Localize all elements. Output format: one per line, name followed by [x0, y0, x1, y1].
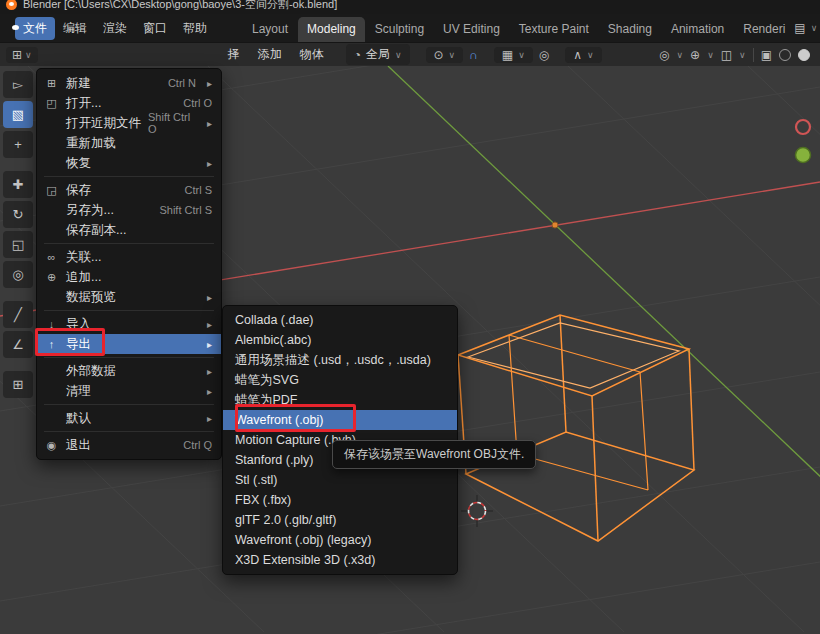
- proportional-editing-icon[interactable]: ◎: [539, 49, 549, 61]
- export-item-grease-pencil-svg[interactable]: 蜡笔为SVG: [223, 370, 457, 390]
- menu-item-clean-up[interactable]: 清理: [37, 381, 221, 401]
- tool-add-cube[interactable]: ⊞: [3, 371, 33, 398]
- menu-window[interactable]: 窗口: [135, 17, 175, 40]
- menu-item-link[interactable]: 关联...: [37, 247, 221, 267]
- tooltip: 保存该场景至Wavefront OBJ文件.: [332, 440, 536, 469]
- shading-solid-icon[interactable]: [779, 49, 791, 61]
- menu-file[interactable]: 文件: [15, 17, 55, 40]
- menu-item-new[interactable]: 新建 Ctrl N: [37, 73, 221, 93]
- tab-animation[interactable]: Animation: [662, 17, 733, 42]
- tool-measure[interactable]: ∠: [3, 331, 33, 358]
- submenu-arrow-icon: [203, 118, 212, 129]
- menu-separator: [44, 431, 214, 432]
- menu-item-revert[interactable]: 重新加载: [37, 133, 221, 153]
- menu-item-append[interactable]: 追加...: [37, 267, 221, 287]
- export-item-usd[interactable]: 通用场景描述 (.usd，.usdc，.usda): [223, 350, 457, 370]
- append-icon: [44, 271, 59, 284]
- toolbar-left: ▻ ▧ + ✚ ↻ ◱ ◎ ╱ ∠ ⊞: [3, 71, 34, 398]
- menu-item-recover[interactable]: 恢复: [37, 153, 221, 173]
- pivot-icon: ⊙: [434, 49, 444, 61]
- tool-annotate[interactable]: ╱: [3, 301, 33, 328]
- menu-item-save[interactable]: 保存 Ctrl S: [37, 180, 221, 200]
- menu-separator: [44, 310, 214, 311]
- tab-sculpting[interactable]: Sculpting: [366, 17, 433, 42]
- xray-toggle-icon[interactable]: ▣: [761, 49, 772, 61]
- export-item-wavefront-legacy[interactable]: Wavefront (.obj) (legacy): [223, 530, 457, 550]
- snap-settings-dropdown[interactable]: ▦ ∨: [494, 47, 533, 63]
- tool-tweak[interactable]: ▻: [3, 71, 33, 98]
- menu-item-quit[interactable]: 退出 Ctrl Q: [37, 435, 221, 455]
- tab-layout[interactable]: Layout: [243, 17, 297, 42]
- window-title: Blender [C:\Users\CX\Desktop\gong\baoye\…: [23, 0, 337, 12]
- tab-shading[interactable]: Shading: [599, 17, 661, 42]
- export-item-wavefront-obj[interactable]: Wavefront (.obj): [223, 410, 457, 430]
- submenu-arrow-icon: [203, 292, 212, 303]
- editor-type-icon: ⊞: [12, 49, 22, 61]
- tab-texture-paint[interactable]: Texture Paint: [510, 17, 598, 42]
- export-item-gltf[interactable]: glTF 2.0 (.glb/.gltf): [223, 510, 457, 530]
- tab-modeling[interactable]: Modeling: [298, 17, 365, 42]
- submenu-arrow-icon: [203, 386, 212, 397]
- file-menu-popup: 新建 Ctrl N 打开... Ctrl O 打开近期文件 Shift Ctrl…: [36, 68, 222, 460]
- tool-rotate[interactable]: ↻: [3, 201, 33, 228]
- tool-transform[interactable]: ◎: [3, 261, 33, 288]
- menu-render[interactable]: 渲染: [95, 17, 135, 40]
- snap-magnet-icon[interactable]: ∩: [469, 49, 478, 61]
- workspace-settings-icon[interactable]: ▤: [794, 22, 805, 34]
- menu-item-import[interactable]: 导入: [37, 314, 221, 334]
- visibility-dropdown-icon[interactable]: ◎: [659, 49, 669, 61]
- tool-select-box[interactable]: ▧: [3, 101, 33, 128]
- submenu-arrow-icon: [203, 366, 212, 377]
- tool-move[interactable]: ✚: [3, 171, 33, 198]
- viewport-header: ⊞ ∨ 择 添加 物体 ◔ 全局 ∨ ⊙ ∨ ∩ ▦ ∨ ◎ ∧ ∨ ◎ ∨ ⊕…: [0, 42, 820, 66]
- export-item-x3d[interactable]: X3D Extensible 3D (.x3d): [223, 550, 457, 570]
- editor-type-button[interactable]: ⊞ ∨: [6, 47, 38, 63]
- submenu-arrow-icon: [203, 78, 212, 89]
- export-icon: [44, 338, 59, 350]
- export-item-stl[interactable]: Stl (.stl): [223, 470, 457, 490]
- chevron-down-icon: ∨: [25, 50, 32, 60]
- pivot-point-dropdown[interactable]: ⊙ ∨: [426, 47, 464, 63]
- menu-item-save-as[interactable]: 另存为... Shift Ctrl S: [37, 200, 221, 220]
- tool-scale[interactable]: ◱: [3, 231, 33, 258]
- blender-logo-icon: [6, 0, 17, 10]
- submenu-arrow-icon: [203, 319, 212, 330]
- menu-item-defaults[interactable]: 默认: [37, 408, 221, 428]
- tab-rendering[interactable]: Renderi: [734, 17, 794, 42]
- menu-object[interactable]: 物体: [294, 44, 330, 65]
- tool-cursor[interactable]: +: [3, 131, 33, 158]
- gizmo-y-axis-ball[interactable]: [796, 148, 811, 163]
- menu-edit[interactable]: 编辑: [55, 17, 95, 40]
- export-item-fbx[interactable]: FBX (.fbx): [223, 490, 457, 510]
- menu-help[interactable]: 帮助: [175, 17, 215, 40]
- chevron-down-icon: ∨: [395, 50, 402, 60]
- menu-item-export[interactable]: 导出: [37, 334, 221, 354]
- window-titlebar: Blender [C:\Users\CX\Desktop\gong\baoye\…: [0, 0, 820, 14]
- export-item-collada[interactable]: Collada (.dae): [223, 310, 457, 330]
- menu-item-open-recent[interactable]: 打开近期文件 Shift Ctrl O: [37, 113, 221, 133]
- transform-orientation-dropdown[interactable]: ◔ 全局 ∨: [346, 44, 410, 65]
- proportional-falloff-dropdown[interactable]: ∧ ∨: [565, 47, 601, 63]
- show-overlays-icon[interactable]: ◫: [721, 49, 732, 61]
- open-folder-icon: [44, 97, 59, 110]
- menu-select-partial[interactable]: 择: [222, 44, 246, 65]
- menu-item-external-data[interactable]: 外部数据: [37, 361, 221, 381]
- chevron-down-icon: ∨: [587, 50, 594, 60]
- menu-item-open[interactable]: 打开... Ctrl O: [37, 93, 221, 113]
- tab-uv-editing[interactable]: UV Editing: [434, 17, 509, 42]
- menu-item-data-previews[interactable]: 数据预览: [37, 287, 221, 307]
- submenu-arrow-icon: [203, 339, 212, 350]
- export-item-alembic[interactable]: Alembic(.abc): [223, 330, 457, 350]
- shading-rendered-icon[interactable]: [798, 49, 810, 61]
- show-gizmo-icon[interactable]: ⊕: [690, 49, 700, 61]
- menu-separator: [44, 243, 214, 244]
- orientation-value: 全局: [366, 46, 390, 63]
- snap-target-icon: ▦: [502, 49, 513, 61]
- menu-add[interactable]: 添加: [252, 44, 288, 65]
- workspace-tabs: Layout Modeling Sculpting UV Editing Tex…: [243, 14, 794, 42]
- export-item-grease-pencil-pdf[interactable]: 蜡笔为PDF: [223, 390, 457, 410]
- object-origin-dot: [552, 222, 558, 228]
- import-icon: [44, 318, 59, 330]
- menu-item-save-copy[interactable]: 保存副本...: [37, 220, 221, 240]
- menu-separator: [44, 357, 214, 358]
